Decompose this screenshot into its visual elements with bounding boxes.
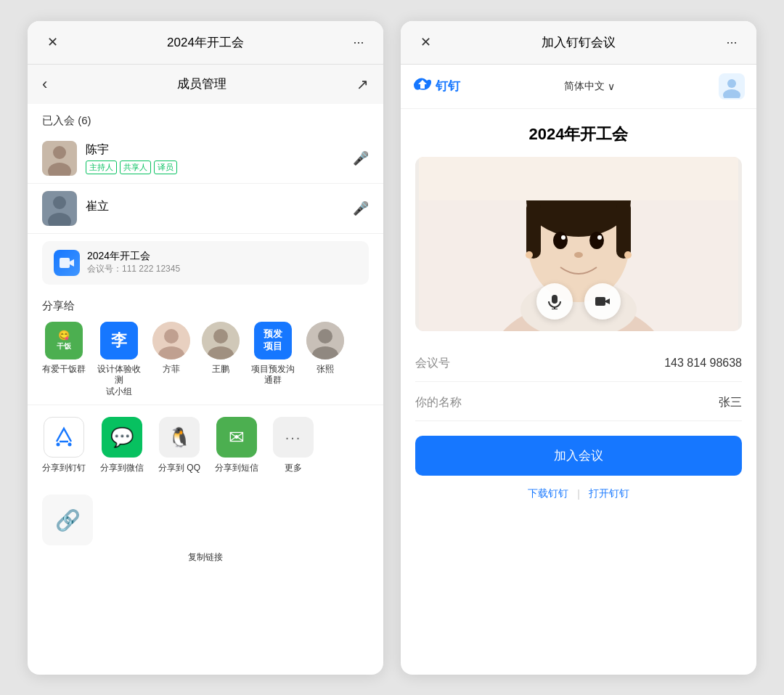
svg-rect-39 [552,295,558,304]
share-app-qq[interactable]: 🐧 分享到 QQ [158,417,200,474]
tag-translator: 译员 [154,160,177,174]
open-dingtalk-link[interactable]: 打开钉钉 [589,487,629,500]
avatar [42,141,77,176]
meeting-card-icon [54,250,80,276]
contact-name: 王鹏 [212,364,229,375]
copy-link-button[interactable]: 🔗 [42,495,93,545]
dingtalk-logo-text: 钉钉 [436,78,460,94]
member-management-header: ‹ 成员管理 ↗ [28,65,383,104]
list-item[interactable]: 方菲 [152,322,190,398]
contact-name: 有爱干饭群 [42,364,86,375]
share-app-label: 更多 [285,462,302,474]
member-management-title: 成员管理 [47,76,356,92]
download-dingtalk-link[interactable]: 下载钉钉 [528,487,568,500]
mic-icon[interactable]: 🎤 [353,200,369,216]
svg-rect-30 [616,200,631,259]
share-app-label: 分享到微信 [100,462,144,474]
right-content: 2024年开工会 [401,109,756,675]
more-share-icon: ··· [273,417,314,458]
back-button[interactable]: ‹ [42,75,47,94]
close-icon[interactable]: ✕ [415,34,436,50]
user-avatar[interactable] [719,73,745,99]
name-value: 张三 [719,395,742,410]
svg-point-4 [53,196,66,209]
camera-toggle-button[interactable] [584,283,621,320]
table-row: 陈宇 主持人 共享人 译员 🎤 [28,134,383,184]
member-tags: 主持人 共享人 译员 [86,160,353,174]
dingtalk-logo-icon [412,76,433,97]
contact-name: 方菲 [163,364,180,375]
contact-name: 张熙 [317,364,334,375]
meeting-id-label: 会议号 [415,356,450,371]
svg-point-34 [597,235,602,240]
dingtalk-nav: 钉钉 简体中文 ∨ [401,65,756,109]
mic-toggle-button[interactable] [536,283,573,320]
svg-point-32 [589,232,604,249]
right-panel-header: ✕ 加入钉钉会议 ··· [401,21,756,65]
name-label: 你的名称 [415,395,462,410]
svg-point-21 [727,79,736,88]
tag-sharer: 共享人 [120,160,151,174]
share-section: 分享给 😋 干饭 有爱干饭群 李 设计体验收测 试小组 [28,292,383,405]
wechat-share-icon: 💬 [102,417,142,458]
share-app-dingtalk[interactable]: 分享到钉钉 [42,417,86,474]
sms-share-icon: ✉ [216,417,257,458]
left-panel-title: 2024年开工会 [62,34,348,51]
dingtalk-logo: 钉钉 [412,76,460,97]
more-icon[interactable]: ··· [722,35,742,50]
share-apps-row: 分享到钉钉 💬 分享到微信 🐧 分享到 QQ ✉ 分享到短信 ··· [28,405,383,486]
share-label: 分享给 [42,299,369,313]
language-selector[interactable]: 简体中文 ∨ [564,80,615,93]
contact-name: 设计体验收测 试小组 [97,364,141,398]
share-button[interactable]: ↗ [356,76,369,93]
list-item[interactable]: 王鹏 [202,322,240,398]
meeting-id-value: 143 814 98638 [664,357,742,370]
share-app-label: 分享到 QQ [158,462,200,474]
chevron-down-icon: ∨ [608,81,615,92]
share-app-sms[interactable]: ✉ 分享到短信 [215,417,258,474]
member-info: 陈宇 主持人 共享人 译员 [86,142,353,174]
name-field[interactable]: 你的名称 张三 [415,385,742,421]
list-item[interactable]: 张熙 [306,322,344,398]
contact-emoji: 😋 [58,330,70,341]
dingtalk-share-icon [44,417,84,458]
more-icon[interactable]: ··· [348,35,369,50]
mic-icon[interactable]: 🎤 [353,150,369,166]
table-row: 崔立 🎤 [28,184,383,234]
copy-link-label: 复制链接 [42,551,369,564]
share-contacts-list: 😋 干饭 有爱干饭群 李 设计体验收测 试小组 [42,322,369,398]
svg-point-10 [164,329,179,344]
share-app-label: 分享到钉钉 [42,462,86,474]
member-name: 崔立 [86,199,353,214]
svg-point-1 [53,146,66,159]
svg-point-13 [213,329,228,344]
contact-label: 干饭 [57,341,71,351]
right-panel: ✕ 加入钉钉会议 ··· 钉钉 简体中文 ∨ [401,21,756,675]
svg-point-31 [553,232,568,249]
link-divider: | [577,488,580,500]
avatar [42,191,77,226]
copy-link-section: 🔗 复制链接 [28,486,383,572]
left-panel-header: ✕ 2024年开工会 ··· [28,21,383,65]
video-preview [415,157,742,331]
share-app-more[interactable]: ··· 更多 [273,417,314,474]
join-meeting-button[interactable]: 加入会议 [415,436,742,476]
list-item[interactable]: 预发项目 项目预发沟 通群 [251,322,295,398]
share-app-wechat[interactable]: 💬 分享到微信 [100,417,144,474]
members-count-label: 已入会 (6) [28,104,383,134]
meeting-card-title: 2024年开工会 [87,250,180,263]
meeting-card: 2024年开工会 会议号：111 222 12345 [42,241,369,285]
svg-rect-38 [419,157,738,200]
video-controls [536,283,621,320]
meeting-title: 2024年开工会 [415,123,742,145]
member-name: 陈宇 [86,142,353,158]
download-links: 下载钉钉 | 打开钉钉 [415,487,742,500]
svg-rect-6 [60,258,70,268]
list-item[interactable]: 李 设计体验收测 试小组 [97,322,141,398]
svg-text:李: 李 [110,331,127,349]
svg-point-16 [318,329,332,344]
list-item[interactable]: 😋 干饭 有爱干饭群 [42,322,86,398]
tag-host: 主持人 [86,160,117,174]
member-info: 崔立 [86,199,353,217]
close-icon[interactable]: ✕ [42,34,62,50]
